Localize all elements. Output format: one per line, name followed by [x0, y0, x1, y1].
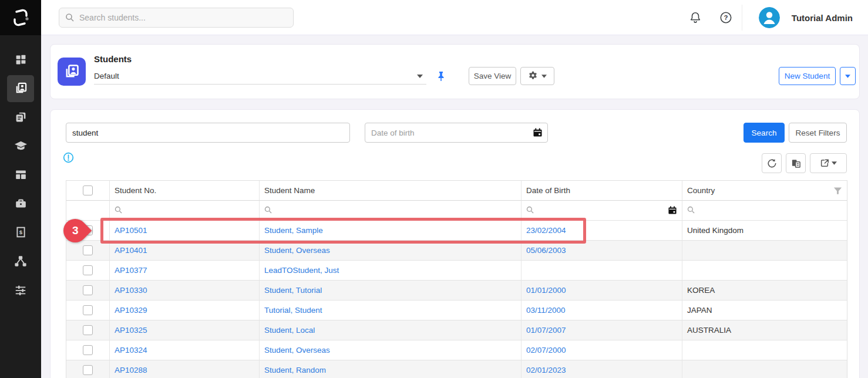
student-name-link[interactable]: Tutorial, Student — [264, 306, 322, 315]
column-header-student-name[interactable]: Student Name — [260, 181, 522, 201]
table-row[interactable]: AP10377 LeadTOStudent, Just — [66, 261, 847, 281]
reset-filters-label: Reset Filters — [796, 129, 840, 137]
column-header-dob[interactable]: Date of Birth — [522, 181, 682, 201]
chevron-down-icon — [541, 75, 547, 78]
students-table: Student No. Student Name Date of Birth C… — [66, 180, 847, 378]
dob-link[interactable]: 01/01/2000 — [526, 286, 566, 295]
student-name-link[interactable]: Student, Overseas — [264, 346, 330, 355]
filter-cell-student-name[interactable] — [260, 201, 522, 221]
search-button[interactable]: Search — [743, 123, 785, 143]
sidebar-item-students[interactable] — [0, 74, 41, 103]
app-logo[interactable] — [0, 0, 41, 35]
calendar-icon[interactable] — [533, 127, 543, 140]
student-name-link[interactable]: Student, Random — [264, 366, 326, 374]
search-icon — [526, 206, 534, 215]
topbar: ? Tutorial Admin — [41, 0, 868, 35]
students-grid-card: Search Reset Filters — [50, 109, 860, 378]
briefcase-icon — [15, 197, 27, 210]
notifications-button[interactable] — [689, 11, 702, 24]
chevron-down-icon — [417, 75, 423, 78]
dob-filter-input[interactable] — [365, 123, 548, 143]
row-checkbox[interactable] — [83, 265, 93, 275]
row-checkbox[interactable] — [83, 305, 93, 315]
table-row[interactable]: AP10329 Tutorial, Student 03/11/2000 JAP… — [66, 301, 847, 320]
column-header-country[interactable]: Country — [682, 181, 847, 201]
new-student-button[interactable]: New Student — [779, 67, 836, 85]
global-search[interactable] — [59, 8, 294, 28]
student-no-link[interactable]: AP10325 — [115, 326, 147, 335]
svg-text:$: $ — [19, 229, 22, 235]
help-button[interactable]: ? — [719, 11, 732, 24]
sidebar-item-dashboard[interactable] — [0, 45, 41, 74]
sidebar-item-jobs[interactable] — [0, 189, 41, 218]
column-chooser-button[interactable] — [786, 153, 806, 173]
row-checkbox[interactable] — [83, 325, 93, 335]
dob-link[interactable]: 05/06/2003 — [526, 246, 566, 255]
gear-icon — [528, 71, 538, 81]
view-selector[interactable]: Default — [94, 68, 426, 85]
row-checkbox[interactable] — [83, 225, 93, 235]
pin-view-button[interactable] — [433, 69, 449, 85]
student-no-link[interactable]: AP10288 — [115, 366, 147, 374]
save-view-button[interactable]: Save View — [469, 67, 516, 85]
svg-text:?: ? — [724, 14, 728, 21]
calendar-icon[interactable] — [668, 205, 677, 217]
country-value: JAPAN — [687, 306, 712, 315]
dob-link[interactable]: 02/01/2023 — [526, 366, 566, 374]
student-name-link[interactable]: Student, Overseas — [264, 246, 330, 255]
table-row[interactable]: AP10324 Student, Overseas 02/07/2000 — [66, 340, 847, 360]
student-no-link[interactable]: AP10330 — [115, 286, 147, 295]
table-row[interactable]: AP10330 Student, Tutorial 01/01/2000 KOR… — [66, 281, 847, 301]
info-icon[interactable] — [63, 152, 74, 166]
refresh-button[interactable] — [762, 153, 782, 173]
dob-link[interactable]: 01/07/2007 — [526, 326, 566, 335]
keyword-filter-input[interactable] — [66, 123, 350, 143]
student-no-link[interactable]: AP10329 — [115, 306, 147, 315]
new-student-dropdown-button[interactable] — [840, 67, 856, 85]
filter-cell-student-no[interactable] — [110, 201, 260, 221]
table-row[interactable]: AP10325 Student, Local 01/07/2007 AUSTRA… — [66, 320, 847, 340]
global-search-input[interactable] — [79, 13, 279, 22]
select-all-checkbox[interactable] — [83, 185, 93, 195]
export-button[interactable] — [810, 153, 847, 173]
sidebar-item-courses[interactable] — [0, 131, 41, 160]
table-row[interactable]: AP10288 Student, Random 02/01/2023 — [66, 360, 847, 378]
row-checkbox[interactable] — [83, 345, 93, 355]
filter-cell-dob[interactable] — [522, 201, 682, 221]
student-name-link[interactable]: Student, Sample — [264, 226, 323, 235]
chevron-down-icon — [832, 161, 837, 165]
row-checkbox[interactable] — [83, 245, 93, 255]
sidebar-item-boards[interactable] — [0, 160, 41, 189]
dob-link[interactable]: 23/02/2004 — [526, 226, 566, 235]
filter-cell-country[interactable] — [682, 201, 847, 221]
dob-link[interactable]: 02/07/2000 — [526, 346, 566, 355]
student-no-link[interactable]: AP10377 — [115, 266, 147, 275]
row-checkbox[interactable] — [83, 285, 93, 295]
refresh-icon — [767, 158, 776, 168]
column-header-student-no[interactable]: Student No. — [110, 181, 260, 201]
student-no-link[interactable]: AP10324 — [115, 346, 147, 355]
view-settings-button[interactable] — [520, 67, 554, 85]
row-checkbox[interactable] — [83, 365, 93, 375]
sidebar-item-pages[interactable] — [0, 103, 41, 131]
student-name-link[interactable]: Student, Tutorial — [264, 286, 322, 295]
sidebar-item-workflow[interactable] — [0, 247, 41, 275]
sidebar-item-finance[interactable]: $ — [0, 218, 41, 247]
search-icon — [687, 206, 695, 215]
pin-icon — [435, 70, 447, 82]
reset-filters-button[interactable]: Reset Filters — [789, 123, 847, 143]
table-row[interactable]: AP10501 Student, Sample 23/02/2004 Unite… — [66, 221, 847, 241]
copy-columns-icon — [791, 158, 801, 168]
sidebar-item-settings[interactable] — [0, 275, 41, 304]
filter-funnel-icon[interactable] — [833, 187, 842, 197]
student-no-link[interactable]: AP10501 — [115, 226, 147, 235]
logo-icon — [11, 8, 31, 28]
dob-link[interactable]: 03/11/2000 — [526, 306, 566, 315]
student-name-link[interactable]: LeadTOStudent, Just — [264, 266, 339, 275]
user-name[interactable]: Tutorial Admin — [792, 13, 853, 23]
student-no-link[interactable]: AP10401 — [115, 246, 147, 255]
table-row[interactable]: AP10401 Student, Overseas 05/06/2003 — [66, 241, 847, 261]
table-header-row: Student No. Student Name Date of Birth C… — [66, 181, 847, 201]
user-avatar[interactable] — [759, 7, 780, 28]
student-name-link[interactable]: Student, Local — [264, 326, 315, 335]
